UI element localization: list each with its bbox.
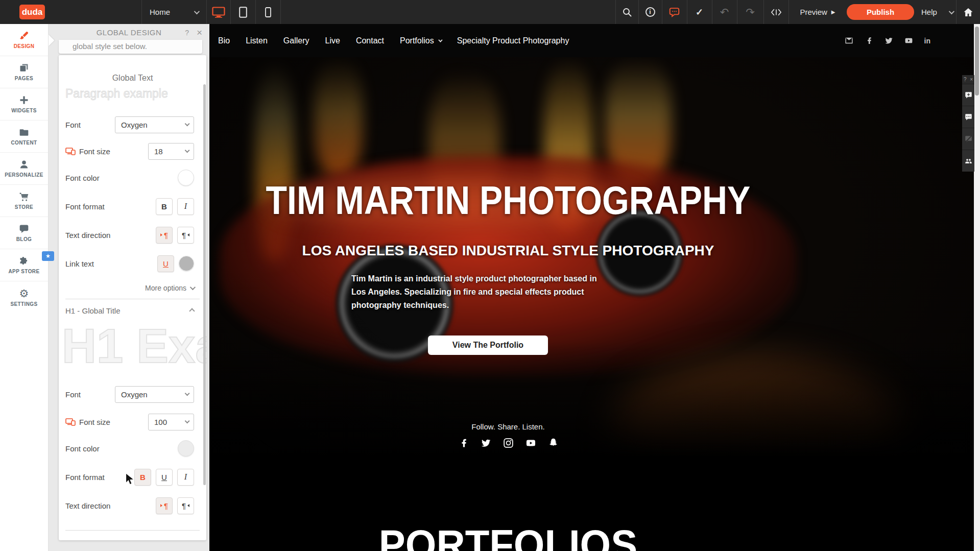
nav-item-gallery[interactable]: Gallery [283, 36, 309, 45]
home-icon [964, 8, 973, 17]
h1-rtl-button[interactable]: ¶ [177, 497, 194, 514]
person-icon [19, 159, 29, 170]
snapchat-icon[interactable] [548, 438, 559, 448]
youtube-icon[interactable] [525, 438, 536, 448]
speech-bubble-icon [19, 224, 29, 234]
text-direction-label: Text direction [65, 231, 110, 239]
close-icon[interactable]: × [197, 27, 202, 38]
more-options-label: More options [145, 284, 186, 292]
site-scrollbar-thumb[interactable] [975, 27, 979, 95]
play-icon: ▶ [831, 9, 835, 15]
sidebar-item-design[interactable]: DESIGN [0, 24, 48, 56]
gear-icon: ⚙ [19, 289, 29, 299]
hide-comments-icon [965, 135, 972, 143]
link-underline-button[interactable]: U [157, 255, 174, 272]
sidebar-item-app-store[interactable]: ★ APP STORE [0, 249, 48, 281]
ltr-button[interactable]: ¶ [156, 227, 173, 244]
panel-scrollbar-thumb[interactable] [203, 84, 206, 485]
instagram-icon[interactable] [503, 438, 514, 448]
panel-help-button[interactable]: ? [185, 29, 189, 37]
redo-button[interactable]: ↷ [737, 0, 763, 24]
email-icon[interactable] [845, 36, 853, 45]
h1-font-color-swatch[interactable] [178, 440, 194, 457]
h1-font-select[interactable]: Oxygen [115, 386, 194, 403]
font-select[interactable]: Oxygen [115, 116, 194, 133]
divider [280, 0, 281, 24]
tablet-view-button[interactable] [230, 0, 255, 24]
font-format-label: Font format [65, 202, 105, 211]
comments-button[interactable] [662, 0, 687, 24]
dev-mode-button[interactable] [763, 0, 788, 24]
add-comment-button[interactable] [962, 84, 974, 106]
nav-item-portfolios[interactable]: Portfolios [400, 36, 441, 45]
h1-font-value: Oxygen [121, 390, 148, 399]
hide-comments-button[interactable] [962, 128, 974, 150]
duda-logo[interactable]: duda [19, 5, 45, 19]
nav-item-contact[interactable]: Contact [356, 36, 384, 45]
facebook-icon[interactable] [865, 36, 873, 45]
sidebar-item-label: PERSONALIZE [5, 172, 43, 178]
sidebar-item-blog[interactable]: BLOG [0, 217, 48, 249]
show-comments-button[interactable] [962, 106, 974, 128]
divider [65, 299, 200, 299]
site-preview: Bio Listen Gallery Live Contact Portfoli… [209, 24, 980, 551]
linkedin-icon[interactable]: in [924, 37, 930, 45]
close-icon[interactable]: × [970, 77, 973, 82]
link-color-swatch[interactable] [179, 256, 194, 271]
h1-font-label: Font [65, 390, 81, 399]
italic-button[interactable]: I [177, 198, 194, 215]
youtube-icon[interactable] [904, 36, 913, 45]
nav-item-specialty[interactable]: Specialty Product Photography [457, 36, 569, 45]
nav-item-bio[interactable]: Bio [218, 36, 230, 45]
h1-ltr-button[interactable]: ¶ [156, 497, 173, 514]
h1-section-header[interactable]: H1 - Global Title [65, 306, 194, 315]
twitter-icon[interactable] [481, 438, 491, 448]
top-bar: duda Home [0, 0, 980, 24]
rtl-button[interactable]: ¶ [177, 227, 194, 244]
page-selector-dropdown[interactable]: Home [141, 0, 206, 24]
more-options-link[interactable]: More options [145, 284, 194, 292]
h1-font-size-row: Font size 100 [65, 413, 194, 431]
pages-icon [19, 63, 29, 73]
preview-button[interactable]: Preview ▶ [788, 0, 847, 24]
sidebar-item-content[interactable]: CONTENT [0, 121, 48, 153]
sidebar-item-widgets[interactable]: WIDGETS [0, 88, 48, 121]
sidebar-item-settings[interactable]: ⚙ SETTINGS [0, 281, 48, 314]
help-dropdown[interactable]: Help [918, 0, 956, 24]
sidebar-item-store[interactable]: STORE [0, 185, 48, 217]
sidebar-item-pages[interactable]: PAGES [0, 56, 48, 88]
font-color-row: Font color [65, 169, 194, 187]
dashboard-home-button[interactable] [956, 0, 980, 24]
comments-icon [965, 113, 972, 121]
collaborators-button[interactable] [962, 150, 974, 172]
sidebar-item-personalize[interactable]: PERSONALIZE [0, 153, 48, 185]
font-size-select[interactable]: 18 [148, 143, 194, 160]
nav-item-listen[interactable]: Listen [246, 36, 268, 45]
h1-underline-button[interactable]: U [156, 469, 173, 486]
search-button[interactable] [615, 0, 638, 24]
h1-italic-button[interactable]: I [177, 469, 194, 486]
nav-item-live[interactable]: Live [325, 36, 340, 45]
info-button[interactable]: i [638, 0, 662, 24]
font-color-swatch[interactable] [178, 170, 194, 186]
view-portfolio-button[interactable]: View The Portfolio [428, 336, 548, 355]
site-header-socials: in [845, 36, 930, 45]
desktop-view-button[interactable] [206, 0, 230, 24]
h1-bold-button[interactable]: B [134, 469, 151, 486]
bold-glyph: B [161, 202, 167, 211]
facebook-icon[interactable] [458, 438, 469, 448]
comments-help-button[interactable]: ? [964, 77, 967, 82]
twitter-icon[interactable] [885, 36, 893, 45]
arrow-left-icon [186, 504, 189, 507]
cart-icon [19, 191, 29, 202]
chevron-down-icon [185, 121, 190, 126]
app-store-new-badge: ★ [42, 251, 54, 261]
publish-button[interactable]: Publish [847, 4, 914, 20]
bold-button[interactable]: B [156, 198, 173, 215]
undo-button[interactable]: ↶ [712, 0, 737, 24]
sidebar-item-label: WIDGETS [11, 108, 36, 113]
mobile-view-button[interactable] [255, 0, 280, 24]
h1-font-size-select[interactable]: 100 [148, 414, 194, 430]
h1-font-color-label: Font color [65, 444, 100, 453]
approve-button[interactable]: ✓ [687, 0, 712, 24]
